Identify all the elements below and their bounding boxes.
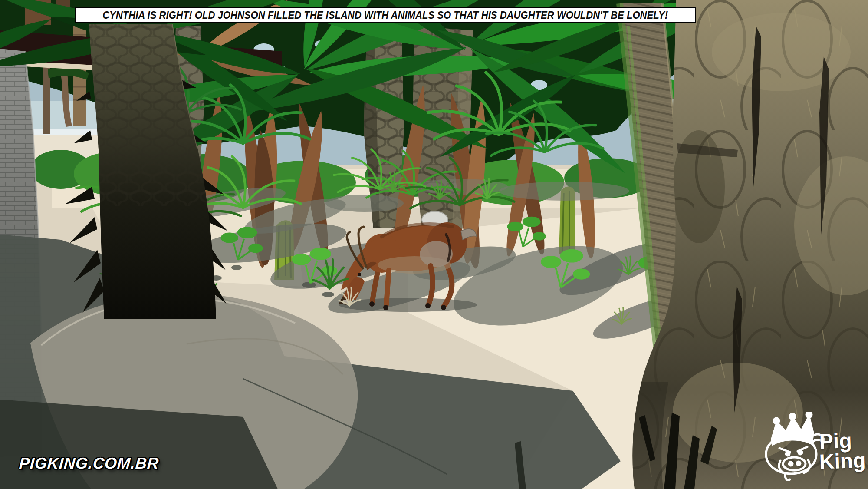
pig-king-logo: Pig King (759, 412, 868, 488)
logo-text-line2: King (819, 450, 866, 472)
caption-text: CYNTHIA IS RIGHT! OLD JOHNSON FILLED THE… (102, 10, 668, 20)
site-watermark: PIGKING.COM.BR (19, 454, 160, 472)
caption-box: CYNTHIA IS RIGHT! OLD JOHNSON FILLED THE… (75, 7, 696, 23)
island-scene (0, 0, 868, 489)
comic-panel: CYNTHIA IS RIGHT! OLD JOHNSON FILLED THE… (0, 0, 868, 489)
